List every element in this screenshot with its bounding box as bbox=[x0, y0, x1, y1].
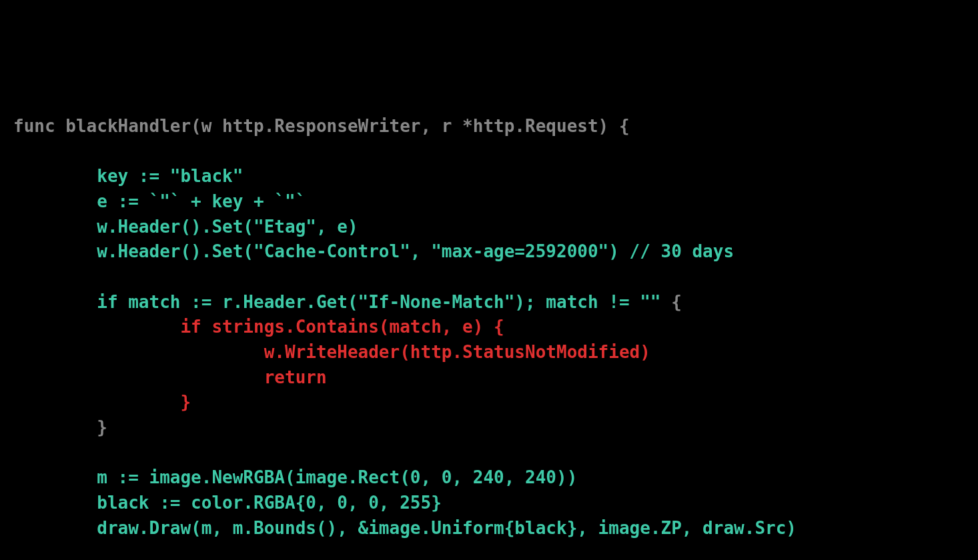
code-line-highlighted: return bbox=[13, 367, 327, 387]
code-line-highlighted: } bbox=[13, 392, 191, 412]
code-line: func blackHandler(w http.ResponseWriter,… bbox=[13, 116, 630, 136]
code-line: key := "black" bbox=[13, 166, 243, 186]
code-brace: { bbox=[671, 292, 682, 312]
code-line-highlighted: if strings.Contains(match, e) { bbox=[13, 317, 504, 337]
code-line: } bbox=[13, 417, 107, 437]
code-line: e := `"` + key + `"` bbox=[13, 191, 306, 211]
code-line: draw.Draw(m, m.Bounds(), &image.Uniform{… bbox=[13, 518, 797, 538]
code-line: black := color.RGBA{0, 0, 0, 255} bbox=[13, 493, 442, 513]
code-line: m := image.NewRGBA(image.Rect(0, 0, 240,… bbox=[13, 467, 577, 487]
code-block: func blackHandler(w http.ResponseWriter,… bbox=[13, 114, 965, 560]
code-line-highlighted: w.WriteHeader(http.StatusNotModified) bbox=[13, 342, 650, 362]
code-line: if match := r.Header.Get("If-None-Match"… bbox=[13, 292, 671, 312]
code-line: w.Header().Set("Etag", e) bbox=[13, 217, 358, 237]
code-line: w.Header().Set("Cache-Control", "max-age… bbox=[13, 241, 734, 261]
